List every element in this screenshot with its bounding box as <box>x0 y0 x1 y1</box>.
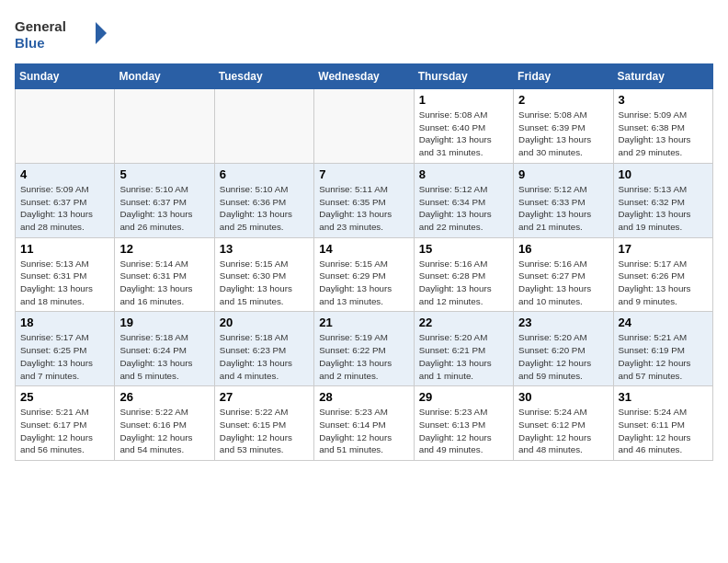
calendar-cell: 6Sunrise: 5:10 AM Sunset: 6:36 PM Daylig… <box>214 163 313 237</box>
calendar-cell <box>16 89 115 164</box>
calendar-cell: 2Sunrise: 5:08 AM Sunset: 6:39 PM Daylig… <box>514 89 613 164</box>
day-number: 17 <box>619 242 708 256</box>
cell-content: Sunrise: 5:20 AM Sunset: 6:20 PM Dayligh… <box>518 331 608 382</box>
calendar-cell: 25Sunrise: 5:21 AM Sunset: 6:17 PM Dayli… <box>16 386 115 461</box>
day-number: 14 <box>319 242 408 256</box>
calendar-cell: 4Sunrise: 5:09 AM Sunset: 6:37 PM Daylig… <box>16 163 115 237</box>
day-number: 28 <box>319 390 408 404</box>
calendar-cell: 1Sunrise: 5:08 AM Sunset: 6:40 PM Daylig… <box>414 89 513 164</box>
cell-content: Sunrise: 5:11 AM Sunset: 6:35 PM Dayligh… <box>319 183 408 234</box>
day-number: 12 <box>119 242 209 256</box>
cell-content: Sunrise: 5:23 AM Sunset: 6:14 PM Dayligh… <box>319 406 408 456</box>
day-number: 30 <box>518 390 608 404</box>
header: General Blue <box>15 15 713 56</box>
calendar-cell: 7Sunrise: 5:11 AM Sunset: 6:35 PM Daylig… <box>314 163 414 237</box>
calendar-cell: 14Sunrise: 5:15 AM Sunset: 6:29 PM Dayli… <box>314 237 414 312</box>
calendar-cell: 3Sunrise: 5:09 AM Sunset: 6:38 PM Daylig… <box>613 89 712 164</box>
day-number: 22 <box>419 316 508 329</box>
day-header-thursday: Thursday <box>414 64 513 89</box>
cell-content: Sunrise: 5:23 AM Sunset: 6:13 PM Dayligh… <box>419 406 508 456</box>
day-number: 9 <box>518 167 608 181</box>
day-number: 21 <box>319 316 408 329</box>
svg-marker-2 <box>96 22 107 44</box>
day-header-tuesday: Tuesday <box>214 64 313 89</box>
calendar-cell: 26Sunrise: 5:22 AM Sunset: 6:16 PM Dayli… <box>115 386 214 461</box>
cell-content: Sunrise: 5:12 AM Sunset: 6:34 PM Dayligh… <box>419 183 508 234</box>
cell-content: Sunrise: 5:20 AM Sunset: 6:21 PM Dayligh… <box>419 331 508 382</box>
cell-content: Sunrise: 5:12 AM Sunset: 6:33 PM Dayligh… <box>518 183 608 234</box>
calendar-cell: 9Sunrise: 5:12 AM Sunset: 6:33 PM Daylig… <box>514 163 613 237</box>
cell-content: Sunrise: 5:21 AM Sunset: 6:19 PM Dayligh… <box>619 331 708 382</box>
cell-content: Sunrise: 5:09 AM Sunset: 6:38 PM Dayligh… <box>619 109 708 159</box>
day-number: 3 <box>619 93 708 107</box>
calendar-cell: 31Sunrise: 5:24 AM Sunset: 6:11 PM Dayli… <box>613 386 712 461</box>
cell-content: Sunrise: 5:10 AM Sunset: 6:36 PM Dayligh… <box>220 183 309 234</box>
cell-content: Sunrise: 5:19 AM Sunset: 6:22 PM Dayligh… <box>319 331 408 382</box>
day-number: 10 <box>619 167 708 181</box>
day-header-saturday: Saturday <box>613 64 712 89</box>
calendar-cell <box>314 89 414 164</box>
cell-content: Sunrise: 5:15 AM Sunset: 6:30 PM Dayligh… <box>220 258 309 308</box>
cell-content: Sunrise: 5:22 AM Sunset: 6:15 PM Dayligh… <box>220 406 309 456</box>
day-number: 13 <box>220 242 309 256</box>
calendar-cell: 28Sunrise: 5:23 AM Sunset: 6:14 PM Dayli… <box>314 386 414 461</box>
calendar-cell: 18Sunrise: 5:17 AM Sunset: 6:25 PM Dayli… <box>16 312 115 386</box>
day-number: 26 <box>119 390 209 404</box>
calendar-cell: 27Sunrise: 5:22 AM Sunset: 6:15 PM Dayli… <box>214 386 313 461</box>
day-number: 20 <box>220 316 309 329</box>
calendar-cell: 5Sunrise: 5:10 AM Sunset: 6:37 PM Daylig… <box>115 163 214 237</box>
cell-content: Sunrise: 5:08 AM Sunset: 6:40 PM Dayligh… <box>419 109 508 159</box>
day-number: 18 <box>20 316 109 329</box>
calendar-cell: 22Sunrise: 5:20 AM Sunset: 6:21 PM Dayli… <box>414 312 513 386</box>
cell-content: Sunrise: 5:18 AM Sunset: 6:23 PM Dayligh… <box>220 331 309 382</box>
day-number: 7 <box>319 167 408 181</box>
cell-content: Sunrise: 5:10 AM Sunset: 6:37 PM Dayligh… <box>119 183 209 234</box>
cell-content: Sunrise: 5:15 AM Sunset: 6:29 PM Dayligh… <box>319 258 408 308</box>
generalblue-logo: General Blue <box>15 15 107 56</box>
cell-content: Sunrise: 5:17 AM Sunset: 6:25 PM Dayligh… <box>20 331 109 382</box>
day-number: 29 <box>419 390 508 404</box>
cell-content: Sunrise: 5:21 AM Sunset: 6:17 PM Dayligh… <box>20 406 109 456</box>
day-number: 11 <box>20 242 109 256</box>
calendar-header-row: SundayMondayTuesdayWednesdayThursdayFrid… <box>16 64 713 89</box>
cell-content: Sunrise: 5:18 AM Sunset: 6:24 PM Dayligh… <box>119 331 209 382</box>
calendar-cell: 24Sunrise: 5:21 AM Sunset: 6:19 PM Dayli… <box>613 312 712 386</box>
calendar-cell: 23Sunrise: 5:20 AM Sunset: 6:20 PM Dayli… <box>514 312 613 386</box>
day-number: 8 <box>419 167 508 181</box>
cell-content: Sunrise: 5:13 AM Sunset: 6:31 PM Dayligh… <box>20 258 109 308</box>
calendar-cell: 11Sunrise: 5:13 AM Sunset: 6:31 PM Dayli… <box>16 237 115 312</box>
cell-content: Sunrise: 5:09 AM Sunset: 6:37 PM Dayligh… <box>20 183 109 234</box>
day-number: 24 <box>619 316 708 329</box>
calendar-week-2: 4Sunrise: 5:09 AM Sunset: 6:37 PM Daylig… <box>16 163 713 237</box>
day-header-sunday: Sunday <box>16 64 115 89</box>
day-header-friday: Friday <box>514 64 613 89</box>
calendar-cell: 8Sunrise: 5:12 AM Sunset: 6:34 PM Daylig… <box>414 163 513 237</box>
cell-content: Sunrise: 5:17 AM Sunset: 6:26 PM Dayligh… <box>619 258 708 308</box>
day-number: 23 <box>518 316 608 329</box>
cell-content: Sunrise: 5:16 AM Sunset: 6:27 PM Dayligh… <box>518 258 608 308</box>
day-number: 4 <box>20 167 109 181</box>
day-number: 16 <box>518 242 608 256</box>
calendar-week-3: 11Sunrise: 5:13 AM Sunset: 6:31 PM Dayli… <box>16 237 713 312</box>
day-number: 19 <box>119 316 209 329</box>
calendar-table: SundayMondayTuesdayWednesdayThursdayFrid… <box>15 63 713 461</box>
calendar-cell: 16Sunrise: 5:16 AM Sunset: 6:27 PM Dayli… <box>514 237 613 312</box>
calendar-cell: 12Sunrise: 5:14 AM Sunset: 6:31 PM Dayli… <box>115 237 214 312</box>
day-header-monday: Monday <box>115 64 214 89</box>
day-number: 5 <box>119 167 209 181</box>
logo: General Blue <box>15 15 107 56</box>
calendar-cell <box>115 89 214 164</box>
calendar-cell: 10Sunrise: 5:13 AM Sunset: 6:32 PM Dayli… <box>613 163 712 237</box>
calendar-week-1: 1Sunrise: 5:08 AM Sunset: 6:40 PM Daylig… <box>16 89 713 164</box>
calendar-cell: 30Sunrise: 5:24 AM Sunset: 6:12 PM Dayli… <box>514 386 613 461</box>
svg-text:General: General <box>15 18 66 34</box>
calendar-cell: 20Sunrise: 5:18 AM Sunset: 6:23 PM Dayli… <box>214 312 313 386</box>
day-number: 1 <box>419 93 508 107</box>
day-number: 2 <box>518 93 608 107</box>
day-number: 25 <box>20 390 109 404</box>
calendar-week-4: 18Sunrise: 5:17 AM Sunset: 6:25 PM Dayli… <box>16 312 713 386</box>
calendar-cell <box>214 89 313 164</box>
cell-content: Sunrise: 5:08 AM Sunset: 6:39 PM Dayligh… <box>518 109 608 159</box>
day-number: 31 <box>619 390 708 404</box>
calendar-cell: 29Sunrise: 5:23 AM Sunset: 6:13 PM Dayli… <box>414 386 513 461</box>
